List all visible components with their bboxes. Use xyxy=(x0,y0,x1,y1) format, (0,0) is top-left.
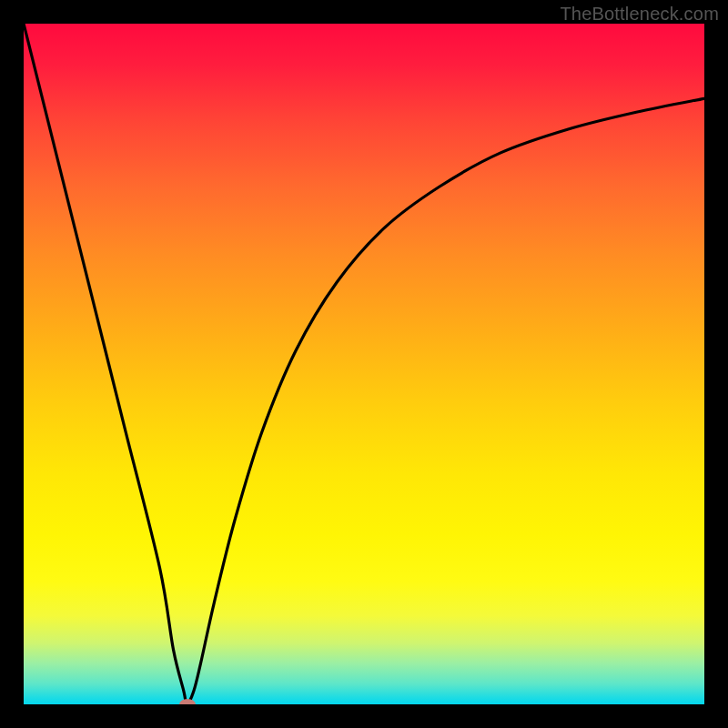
bottleneck-curve xyxy=(24,24,704,704)
chart-container: TheBottleneck.com xyxy=(0,0,728,728)
minimum-marker xyxy=(179,699,196,704)
attribution-label: TheBottleneck.com xyxy=(560,4,719,25)
chart-frame xyxy=(0,0,728,728)
plot-area xyxy=(24,24,704,704)
